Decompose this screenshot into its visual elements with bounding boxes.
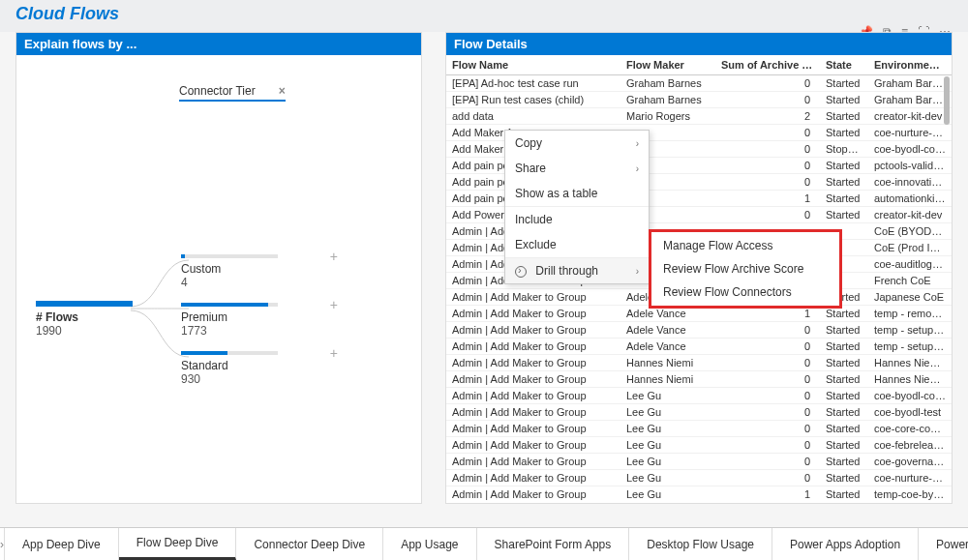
tab-app-deep-dive[interactable]: App Deep Dive [5,528,119,560]
cell-archive-score: 0 [715,388,820,404]
cell-env: coe-byodl-components-dev [868,141,952,158]
tab-flow-deep-dive[interactable]: Flow Deep Dive [119,528,237,560]
flow-details-header: Flow Details [446,33,952,55]
explain-flows-panel: Explain flows by ... Connector Tier × # … [15,32,422,504]
table-row[interactable]: Admin | Add Maker to GroupLee Gu0Started… [446,437,952,454]
col-state[interactable]: State [820,55,868,75]
drill-manage-flow-access[interactable]: Manage Flow Access [651,234,839,257]
ctx-label: Show as a table [515,187,597,200]
sankey-links [131,256,189,363]
table-row[interactable]: [EPA] Ad-hoc test case runGraham Barnes0… [446,75,952,92]
cell-flow-maker: Lee Gu [620,454,715,470]
cell-archive-score: 0 [715,421,820,437]
cell-archive-score: 0 [715,322,820,339]
tab-power-platform-yoy-adopti[interactable]: Power Platform YoY Adopti [919,528,968,560]
cell-env: coe-febrelease-test [868,437,952,454]
cell-env: automationkit-main-dev [868,191,952,207]
cell-state: Started [820,174,868,191]
ctx-label: Share [515,162,546,175]
drill-review-connectors[interactable]: Review Flow Connectors [651,280,839,304]
tab-connector-deep-dive[interactable]: Connector Deep Dive [236,528,383,560]
cell-flow-name: [EPA] Ad-hoc test case run [446,75,620,92]
ctx-copy[interactable]: Copy › [505,131,649,156]
cell-env: coe-auditlog-components-dev [868,256,952,273]
root-label: # Flows [36,310,133,324]
expand-icon[interactable]: + [330,297,338,312]
table-row[interactable]: Admin | Add Maker to GroupLee Gu0Started… [446,470,952,486]
page-title: Cloud Flows [15,4,953,24]
cell-state: Started [820,470,868,486]
cell-flow-maker: Lee Gu [620,421,715,437]
cell-state: Started [820,108,868,125]
remove-field-icon[interactable]: × [279,84,286,98]
tier-node-custom[interactable]: + Custom 4 [181,254,317,289]
col-archive-score[interactable]: Sum of Archive Score [715,55,820,75]
cell-env: coe-byodl-components-dev [868,388,952,404]
col-flow-name[interactable]: Flow Name [446,55,620,75]
cell-env: CoE (Prod Install) [868,240,952,256]
cell-archive-score: 0 [715,355,820,371]
ctx-label: Copy [515,136,542,150]
drill-review-archive-score[interactable]: Review Flow Archive Score [651,257,839,280]
expand-icon[interactable]: + [330,249,338,264]
tab-sharepoint-form-apps[interactable]: SharePoint Form Apps [477,528,630,560]
expand-icon[interactable]: + [330,345,338,361]
cell-archive-score: 0 [715,207,820,223]
cell-archive-score: 0 [715,125,820,141]
cell-flow-name: Admin | Add Maker to Group [446,454,620,470]
cell-flow-name: Admin | Add Maker to Group [446,421,620,437]
cell-archive-score: 0 [715,437,820,454]
table-row[interactable]: [EPA] Run test cases (child)Graham Barne… [446,92,952,108]
ctx-drill-through[interactable]: Drill through › [505,257,649,283]
cell-state: Started [820,454,868,470]
cell-env: Hannes Niemi's Environment [868,371,952,388]
cell-flow-name: Admin | Add Maker to Group [446,404,620,421]
tab-power-apps-adoption[interactable]: Power Apps Adoption [772,528,919,560]
cell-state: Stopped [820,141,868,158]
cell-env: coe-governance-components-d [868,454,952,470]
cell-flow-maker: Adele Vance [620,339,715,355]
sankey-visual[interactable]: Connector Tier × # Flows 1990 + Custom 4 [16,55,421,481]
col-env[interactable]: Environment Name [868,55,952,75]
table-row[interactable]: Admin | Add Maker to GroupHannes Niemi0S… [446,355,952,371]
ctx-share[interactable]: Share › [505,156,649,181]
cell-env: Graham Barnes's Environment [868,92,952,108]
cell-env: Japanese CoE [868,289,952,306]
ctx-exclude[interactable]: Exclude [505,232,649,257]
cell-archive-score: 0 [715,141,820,158]
sankey-root-node[interactable]: # Flows 1990 [36,301,133,338]
cell-env: Hannes Niemi's Environment [868,355,952,371]
chevron-right-icon: › [636,138,639,149]
table-row[interactable]: Admin | Add Maker to GroupAdele Vance0St… [446,322,952,339]
table-row[interactable]: Admin | Add Maker to GroupAdele Vance0St… [446,339,952,355]
ctx-include[interactable]: Include [505,206,649,232]
table-row[interactable]: Admin | Add Maker to GroupLee Gu0Started… [446,454,952,470]
tier-node-premium[interactable]: + Premium 1773 [181,303,317,338]
cell-archive-score: 0 [715,339,820,355]
tier-label: Custom [181,262,317,276]
tab-app-usage[interactable]: App Usage [383,528,476,560]
explain-flows-header: Explain flows by ... [16,33,421,55]
scrollbar-thumb[interactable] [944,76,950,125]
table-row[interactable]: Admin | Add Maker to GroupLee Gu0Started… [446,388,952,404]
col-flow-maker[interactable]: Flow Maker [620,55,715,75]
cell-flow-maker: Mario Rogers [620,108,715,125]
table-row[interactable]: Admin | Add Maker to GroupHannes Niemi0S… [446,371,952,388]
cell-env: temp - setup testing 4 [868,339,952,355]
ctx-show-as-table[interactable]: Show as a table [505,181,649,206]
cell-env: coe-core-components-dev [868,421,952,437]
cell-state: Started [820,421,868,437]
tab-desktop-flow-usage[interactable]: Desktop Flow Usage [629,528,772,560]
table-row[interactable]: Admin | Add Maker to GroupLee Gu1Started… [446,486,952,501]
cell-state: Started [820,437,868,454]
table-row[interactable]: add dataMario Rogers2Startedcreator-kit-… [446,108,952,125]
field-chip[interactable]: Connector Tier × [179,84,286,102]
ctx-label: Include [515,213,553,226]
cell-state: Started [820,404,868,421]
drill-through-submenu: Manage Flow Access Review Flow Archive S… [649,229,842,309]
drill-through-icon [515,266,527,278]
table-row[interactable]: Admin | Add Maker to GroupLee Gu0Started… [446,421,952,437]
tier-node-standard[interactable]: + Standard 930 [181,351,317,386]
tier-value: 930 [181,372,317,386]
table-row[interactable]: Admin | Add Maker to GroupLee Gu0Started… [446,404,952,421]
